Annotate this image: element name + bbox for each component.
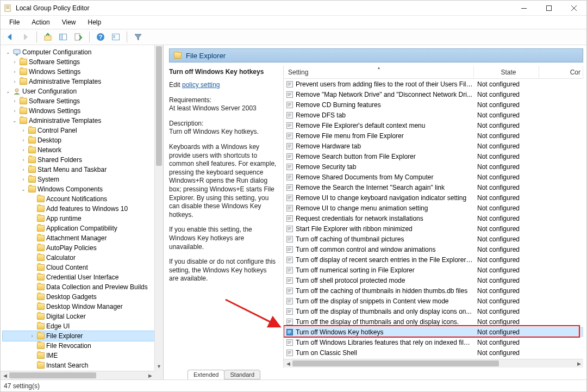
tree-item[interactable]: ›Start Menu and Taskbar — [3, 165, 163, 175]
tree-item[interactable]: ›Network — [3, 145, 163, 155]
list-row[interactable]: Turn off shell protocol protected modeNo… — [284, 275, 583, 285]
tree-item[interactable]: ›Software Settings — [3, 57, 163, 67]
list-row[interactable]: Remove DFS tabNot configured — [284, 110, 583, 120]
col-comment[interactable]: Cor — [539, 66, 583, 78]
tree-item[interactable]: ›Administrative Templates — [3, 77, 163, 86]
list-row[interactable]: Turn off the display of thumbnails and o… — [284, 316, 583, 327]
tree-item[interactable]: ›Windows Settings — [3, 67, 163, 77]
collapse-icon[interactable]: ⌄ — [11, 117, 18, 124]
tree-item[interactable]: ›Control Panel — [3, 126, 163, 135]
tree-item[interactable]: Instant Search — [3, 360, 163, 370]
col-state[interactable]: State — [474, 66, 539, 78]
list-row[interactable]: Turn off numerical sorting in File Explo… — [284, 265, 583, 275]
expand-icon[interactable]: › — [20, 137, 27, 144]
list-row[interactable]: Turn off the display of thumbnails and o… — [284, 306, 583, 316]
collapse-icon[interactable]: ⌄ — [20, 186, 27, 192]
expand-icon[interactable]: › — [29, 333, 35, 339]
tree-item[interactable]: ›Shared Folders — [3, 155, 163, 165]
tree-vscrollbar[interactable]: ▲▼ — [154, 45, 163, 371]
list-row[interactable]: Remove the Search the Internet "Search a… — [284, 182, 583, 192]
tree-item[interactable]: Digital Locker — [3, 312, 163, 321]
tree-item[interactable]: Add features to Windows 10 — [3, 204, 163, 214]
list-row[interactable]: Turn off Windows Key hotkeysNot configur… — [284, 327, 583, 337]
edit-policy-link[interactable]: policy setting — [182, 81, 220, 89]
expand-icon[interactable]: › — [20, 157, 27, 163]
expand-icon[interactable]: › — [11, 78, 18, 85]
back-button[interactable] — [4, 30, 17, 43]
tree-item[interactable]: Desktop Window Manager — [3, 302, 163, 312]
list-row[interactable]: Remove Hardware tabNot configured — [284, 141, 583, 151]
list-row[interactable]: Remove Search button from File ExplorerN… — [284, 151, 583, 161]
tree-item[interactable]: ›Software Settings — [3, 96, 163, 106]
list-row[interactable]: Remove Security tabNot configured — [284, 161, 583, 172]
list-row[interactable]: Turn off common control and window anima… — [284, 244, 583, 254]
list-row[interactable]: Remove Shared Documents from My Computer… — [284, 172, 583, 182]
menu-action[interactable]: Action — [26, 17, 55, 27]
forward-button[interactable] — [19, 30, 32, 43]
tree-item[interactable]: App runtime — [3, 214, 163, 223]
expand-icon[interactable]: › — [11, 59, 18, 65]
menu-file[interactable]: File — [4, 17, 25, 27]
tab-standard[interactable]: Standard — [224, 370, 260, 379]
tree-item[interactable]: ⌄Windows Components — [3, 184, 163, 194]
tree-item[interactable]: Cloud Content — [3, 263, 163, 272]
tree-item[interactable]: IME — [3, 351, 163, 360]
policy-tree[interactable]: ⌄Computer Configuration›Software Setting… — [3, 47, 163, 370]
expand-icon[interactable]: › — [20, 176, 27, 183]
tree-item[interactable]: Calculator — [3, 253, 163, 263]
tree-item[interactable]: Edge UI — [3, 321, 163, 331]
close-button[interactable] — [561, 1, 586, 15]
minimize-button[interactable] — [511, 1, 536, 15]
tree-item[interactable]: ›File Explorer — [3, 331, 163, 341]
tree-item[interactable]: AutoPlay Policies — [3, 243, 163, 253]
menu-view[interactable]: View — [57, 17, 82, 27]
list-row[interactable]: Request credentials for network installa… — [284, 213, 583, 223]
list-row[interactable]: Prevent users from adding files to the r… — [284, 79, 583, 89]
properties-button[interactable] — [109, 30, 122, 43]
maximize-button[interactable] — [536, 1, 561, 15]
help-button[interactable]: ? — [94, 30, 107, 43]
show-hide-tree-button[interactable] — [57, 30, 70, 43]
expand-icon[interactable]: › — [11, 108, 18, 114]
list-row[interactable]: Turn off the caching of thumbnails in hi… — [284, 285, 583, 296]
tree-item[interactable]: ›System — [3, 175, 163, 184]
list-row[interactable]: Remove CD Burning featuresNot configured — [284, 99, 583, 110]
tree-item[interactable]: ›Desktop — [3, 135, 163, 145]
expand-icon[interactable]: › — [20, 147, 27, 153]
tree-hscrollbar[interactable]: ◀▶ — [1, 371, 154, 379]
expand-icon[interactable]: › — [11, 69, 18, 75]
expand-icon[interactable]: › — [20, 127, 27, 134]
tree-item[interactable]: ⌄User Configuration — [3, 86, 163, 96]
collapse-icon[interactable]: ⌄ — [5, 88, 11, 95]
list-header[interactable]: Setting▴ State Cor — [284, 66, 583, 79]
tree-item[interactable]: Credential User Interface — [3, 272, 163, 282]
collapse-icon[interactable]: ⌄ — [5, 49, 11, 55]
list-row[interactable]: Turn off the display of snippets in Cont… — [284, 296, 583, 306]
list-row[interactable]: Turn off display of recent search entrie… — [284, 254, 583, 265]
tree-item[interactable]: File Revocation — [3, 341, 163, 351]
list-row[interactable]: Remove File Explorer's default context m… — [284, 120, 583, 130]
list-hscrollbar[interactable]: ◀▶ — [284, 359, 583, 368]
expand-icon[interactable]: › — [20, 166, 27, 173]
tree-item[interactable]: Account Notifications — [3, 194, 163, 204]
tree-item[interactable]: Data Collection and Preview Builds — [3, 282, 163, 292]
list-row[interactable]: Turn off Windows Libraries features that… — [284, 337, 583, 347]
list-row[interactable]: Turn off caching of thumbnail picturesNo… — [284, 234, 583, 244]
tree-item[interactable]: Attachment Manager — [3, 233, 163, 243]
list-row[interactable]: Remove UI to change keyboard navigation … — [284, 192, 583, 203]
list-row[interactable]: Turn on Classic ShellNot configured — [284, 347, 583, 358]
tree-item[interactable]: ⌄Administrative Templates — [3, 116, 163, 126]
export-button[interactable] — [72, 30, 85, 43]
expand-icon[interactable]: › — [11, 98, 18, 104]
filter-button[interactable] — [132, 30, 145, 43]
list-row[interactable]: Start File Explorer with ribbon minimize… — [284, 223, 583, 234]
list-row[interactable]: Remove "Map Network Drive" and "Disconne… — [284, 89, 583, 99]
menu-help[interactable]: Help — [83, 17, 107, 27]
tree-item[interactable]: Application Compatibility — [3, 223, 163, 233]
tree-item[interactable]: ›Windows Settings — [3, 106, 163, 116]
list-row[interactable]: Remove File menu from File ExplorerNot c… — [284, 130, 583, 141]
tree-item[interactable]: ⌄Computer Configuration — [3, 47, 163, 57]
tree-item[interactable]: Desktop Gadgets — [3, 292, 163, 302]
list-row[interactable]: Remove UI to change menu animation setti… — [284, 203, 583, 213]
up-button[interactable] — [41, 30, 54, 43]
